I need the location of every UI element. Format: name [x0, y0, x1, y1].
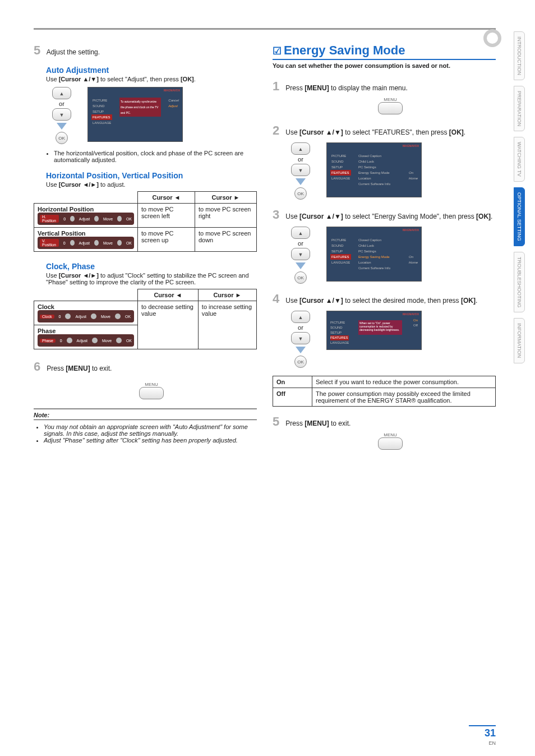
- menu-item: SOUND: [330, 243, 351, 248]
- row-head: Horizontal Position: [38, 206, 94, 213]
- submenu-item: Closed Caption: [358, 153, 390, 159]
- txt: Use: [46, 181, 59, 188]
- txt: to select the desired mode, then press: [343, 297, 461, 305]
- phase-cell: Phase Phase 0 Adjust Move OK: [34, 325, 138, 349]
- txt: Use: [285, 297, 299, 305]
- or-label: or: [285, 324, 316, 331]
- strip-val: 0: [63, 241, 66, 245]
- note-box: Note: You may not obtain an appropriate …: [34, 408, 257, 444]
- hpos-right: to move PC screen right: [195, 204, 256, 228]
- val: Home: [409, 176, 418, 181]
- submenu-item: Location: [358, 176, 390, 181]
- step-5-number: 5: [34, 43, 45, 58]
- cursor-down-button[interactable]: ▼: [291, 332, 310, 344]
- txt: Use: [285, 213, 299, 220]
- increase-cell: to increase setting value: [198, 301, 256, 349]
- txt: Use: [46, 272, 59, 279]
- cursor-down-button[interactable]: ▼: [52, 108, 71, 121]
- auto-adjustment-instruction: Use [Cursor ▲/▼] to select "Adjust", the…: [46, 76, 257, 82]
- txt: Press: [47, 365, 66, 372]
- submenu-item: Current Software Info: [358, 265, 390, 271]
- menu-item: SOUND: [330, 159, 351, 164]
- menu-button[interactable]: [139, 387, 164, 399]
- key: [MENU]: [305, 84, 329, 92]
- arrow-down-icon: [296, 178, 306, 185]
- strip-adj: Adjust: [79, 241, 90, 245]
- mode-on-desc: Select if you want to reduce the power c…: [312, 376, 496, 388]
- step-4-number: 4: [273, 292, 284, 306]
- cursor-down-button[interactable]: ▼: [291, 164, 310, 176]
- key: [MENU]: [66, 365, 90, 372]
- corner-circle-decoration: [483, 29, 501, 47]
- step-5: 5 Adjust the setting.: [34, 43, 257, 58]
- strip-label: H. Position: [40, 215, 59, 223]
- key: [OK]: [476, 213, 491, 220]
- top-rule: [34, 28, 496, 30]
- menu-item: LANGUAGE: [330, 176, 351, 181]
- cursor-up-button[interactable]: ▲: [291, 142, 310, 155]
- ok-button[interactable]: OK: [294, 187, 307, 200]
- tab-information[interactable]: INFORMATION: [514, 318, 525, 363]
- strip-adj: Adjust: [75, 315, 86, 319]
- step-1-text: Press [MENU] to display the main menu.: [285, 84, 407, 92]
- tab-watching-tv[interactable]: WATCHING TV: [514, 137, 525, 182]
- th: Cursor ►: [211, 194, 239, 201]
- menu-item: SETUP: [330, 164, 351, 170]
- menu-button[interactable]: [378, 437, 403, 450]
- menu-item: SOUND: [330, 325, 349, 330]
- row-head: Phase: [38, 328, 56, 334]
- brand-label: MAGNAVOX: [403, 228, 419, 232]
- tab-optional-setting[interactable]: OPTIONAL SETTING: [514, 187, 525, 246]
- col-cursor-left: Cursor ◄: [138, 192, 195, 204]
- tab-preparation[interactable]: PREPARATION: [514, 86, 525, 131]
- submenu-item: Current Software Info: [358, 181, 390, 187]
- brand-label: MAGNAVOX: [403, 144, 419, 147]
- dot-icon: [115, 314, 121, 319]
- mode-on-key: On: [276, 379, 285, 385]
- strip-ok: OK: [125, 315, 131, 319]
- hv-table: Cursor ◄ Cursor ► Horizontal Position H.…: [34, 191, 257, 252]
- brand-label: MAGNAVOX: [164, 89, 180, 92]
- menu-item: LANGUAGE: [91, 120, 112, 126]
- or-label: or: [285, 156, 316, 163]
- menu-button[interactable]: [378, 102, 403, 114]
- menu-item: SETUP: [330, 330, 349, 335]
- auto-adjust-bullet-list: The horizontal/vertical position, clock …: [54, 150, 257, 163]
- cursor-up-button[interactable]: ▲: [291, 311, 310, 323]
- tab-introduction[interactable]: INTRODUCTION: [514, 31, 525, 80]
- strip-adj: Adjust: [79, 217, 90, 221]
- note-item: You may not obtain an appropriate screen…: [44, 423, 257, 437]
- txt: to select "Adjust", then press: [99, 76, 181, 82]
- key: [OK]: [461, 297, 476, 305]
- osd-screen-auto-adjust: MAGNAVOX PICTURE SOUND SETUP FEATURES LA…: [87, 87, 183, 142]
- step-3-number: 3: [273, 208, 284, 222]
- submenu-column: Closed Caption Child Lock PC Settings En…: [358, 237, 390, 271]
- note-item: Adjust "Phase" setting after "Clock" set…: [44, 437, 257, 444]
- menu-item: PICTURE: [330, 237, 351, 243]
- page-lang: EN: [488, 740, 496, 746]
- menu-button-graphic: MENU: [285, 97, 496, 116]
- cursor-up-button[interactable]: ▲: [52, 87, 71, 99]
- clock-phase-instruction: Use [Cursor ◄/►] to adjust "Clock" setti…: [46, 272, 257, 285]
- osd-screen-energy-saving: MAGNAVOX PICTURE SOUND SETUP FEATURES LA…: [326, 227, 422, 282]
- submenu-column: Closed Caption Child Lock PC Settings En…: [358, 153, 390, 187]
- clock-phase-table: Cursor ◄ Cursor ► Clock Clock 0 Adjust M…: [34, 289, 257, 349]
- cursor-down-button[interactable]: ▼: [291, 248, 310, 260]
- menu-column: PICTURE SOUND SETUP FEATURES LANGUAGE: [330, 153, 351, 181]
- ok-button[interactable]: OK: [56, 132, 68, 144]
- ok-button[interactable]: OK: [294, 271, 307, 284]
- cursor-up-button[interactable]: ▲: [291, 227, 310, 239]
- clock-phase-heading: Clock, Phase: [46, 262, 257, 271]
- energy-saving-subtitle: You can set whether the power consumptio…: [273, 62, 496, 69]
- th: Cursor ►: [213, 292, 241, 298]
- menu-button-graphic: MENU: [46, 382, 257, 400]
- txt: to select "Energy Saving Mode", then pre…: [343, 213, 476, 220]
- step-3-text: Use [Cursor ▲/▼] to select "Energy Savin…: [285, 213, 492, 220]
- step-6: 6 Press [MENU] to exit.: [34, 359, 257, 374]
- tab-troubleshooting[interactable]: TROUBLESHOOTING: [514, 252, 525, 313]
- key: [Cursor ▲/▼]: [59, 76, 99, 82]
- col-cursor-right: Cursor ►: [195, 192, 256, 204]
- dot-icon: [70, 216, 75, 222]
- ok-button[interactable]: OK: [294, 356, 307, 368]
- dot-icon: [91, 314, 96, 319]
